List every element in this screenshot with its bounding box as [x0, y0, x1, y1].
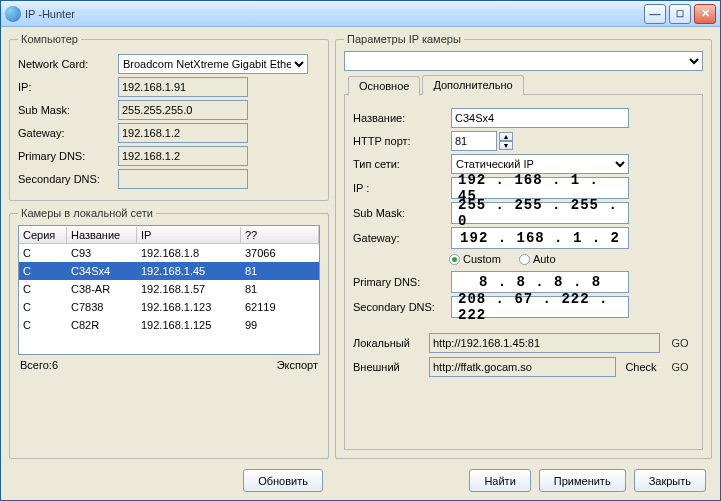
titlebar: IP -Hunter [1, 1, 720, 27]
lan-cameras-group: Камеры в локальной сети Серия Название I… [9, 207, 329, 459]
cam-sdns-field[interactable]: 208 . 67 . 222 . 222 [451, 296, 629, 318]
computer-legend: Компьютер [18, 33, 81, 45]
col-ip[interactable]: IP [137, 227, 241, 243]
table-row[interactable]: CC7838192.168.1.12362119 [19, 298, 319, 316]
close-app-button[interactable]: Закрыть [634, 469, 706, 492]
apply-button[interactable]: Применить [539, 469, 626, 492]
nic-select[interactable]: Broadcom NetXtreme Gigabit Ethe [118, 54, 308, 74]
spin-up-icon[interactable]: ▲ [499, 132, 513, 141]
local-url-label: Локальный [353, 337, 423, 349]
lan-cameras-legend: Камеры в локальной сети [18, 207, 156, 219]
radio-auto: Auto [519, 253, 556, 265]
cam-pdns-field[interactable]: 8 . 8 . 8 . 8 [451, 271, 629, 293]
sdns-label: Secondary DNS: [18, 173, 114, 185]
cam-pdns-label: Primary DNS: [353, 276, 447, 288]
table-header: Серия Название IP ?? [19, 226, 319, 244]
col-port[interactable]: ?? [241, 227, 319, 243]
ip-label: IP: [18, 81, 114, 93]
cam-mask-label: Sub Mask: [353, 207, 447, 219]
ip-field[interactable] [118, 77, 248, 97]
cam-name-field[interactable] [451, 108, 629, 128]
export-link[interactable]: Экспорт [277, 359, 318, 371]
pdns-label: Primary DNS: [18, 150, 114, 162]
http-port-label: HTTP порт: [353, 135, 447, 147]
camera-select[interactable] [344, 51, 703, 71]
maximize-button[interactable] [669, 4, 691, 24]
cam-mask-field[interactable]: 255 . 255 . 255 . 0 [451, 202, 629, 224]
computer-group: Компьютер Network Card: Broadcom NetXtre… [9, 33, 329, 201]
local-go-link[interactable]: GO [666, 337, 694, 349]
cam-ip-field[interactable]: 192 . 168 . 1 . 45 [451, 177, 629, 199]
sdns-field[interactable] [118, 169, 248, 189]
table-row[interactable]: CC34Sx4192.168.1.4581 [19, 262, 319, 280]
app-window: IP -Hunter Компьютер Network Card: Broad… [0, 0, 721, 501]
gateway-label: Gateway: [18, 127, 114, 139]
cam-name-label: Название: [353, 112, 447, 124]
app-icon [5, 6, 21, 22]
nic-label: Network Card: [18, 58, 114, 70]
nettype-select[interactable]: Статический IP [451, 154, 629, 174]
table-row[interactable]: CC82R192.168.1.12599 [19, 316, 319, 334]
local-url-field[interactable] [429, 333, 660, 353]
radio-dot-icon [449, 254, 460, 265]
col-name[interactable]: Название [67, 227, 137, 243]
spin-down-icon[interactable]: ▼ [499, 141, 513, 150]
camera-params-legend: Параметры IP камеры [344, 33, 464, 45]
table-row[interactable]: CC93192.168.1.837066 [19, 244, 319, 262]
cam-ip-label: IP : [353, 182, 447, 194]
mask-label: Sub Mask: [18, 104, 114, 116]
pdns-field[interactable] [118, 146, 248, 166]
external-url-field[interactable] [429, 357, 616, 377]
radio-custom[interactable]: Custom [449, 253, 501, 265]
camera-params-group: Параметры IP камеры Основное Дополнитель… [335, 33, 712, 459]
cam-gateway-field[interactable]: 192 . 168 . 1 . 2 [451, 227, 629, 249]
http-port-spinner[interactable]: ▲▼ [451, 131, 513, 151]
http-port-field[interactable] [451, 131, 497, 151]
check-link[interactable]: Check [622, 361, 660, 373]
camera-table[interactable]: Серия Название IP ?? CC93192.168.1.83706… [18, 225, 320, 355]
cam-sdns-label: Secondary DNS: [353, 301, 447, 313]
table-row[interactable]: CC38-AR192.168.1.5781 [19, 280, 319, 298]
find-button[interactable]: Найти [469, 469, 530, 492]
close-button[interactable] [694, 4, 716, 24]
radio-dot-icon [519, 254, 530, 265]
external-go-link[interactable]: GO [666, 361, 694, 373]
minimize-button[interactable] [644, 4, 666, 24]
refresh-button[interactable]: Обновить [243, 469, 323, 492]
gateway-field[interactable] [118, 123, 248, 143]
tab-extra[interactable]: Дополнительно [422, 75, 523, 95]
window-title: IP -Hunter [25, 8, 644, 20]
tab-panel-main: Название: HTTP порт: ▲▼ Тип сети:Статиче… [344, 94, 703, 450]
mask-field[interactable] [118, 100, 248, 120]
col-series[interactable]: Серия [19, 227, 67, 243]
total-label: Всего:6 [20, 359, 58, 371]
nettype-label: Тип сети: [353, 158, 447, 170]
external-url-label: Внешний [353, 361, 423, 373]
cam-gateway-label: Gateway: [353, 232, 447, 244]
tab-main[interactable]: Основное [348, 76, 420, 96]
